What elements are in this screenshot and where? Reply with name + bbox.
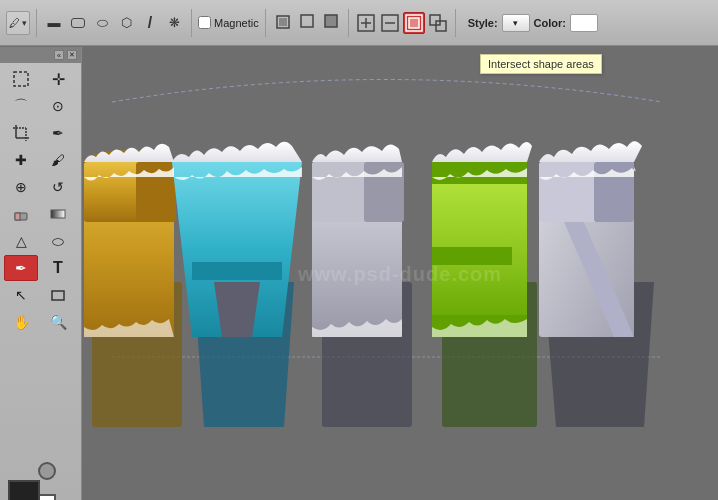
lasso-icon: ⌒	[14, 97, 28, 115]
brush-icon: 🖌	[51, 152, 65, 168]
line-icon: /	[148, 14, 152, 32]
add-to-shape-btn[interactable]	[355, 12, 377, 34]
path-select-tool[interactable]: ↖	[4, 282, 38, 308]
marquee-tool[interactable]	[4, 66, 38, 92]
line-tool-btn[interactable]: /	[139, 12, 161, 34]
subtract-from-shape-icon	[381, 14, 399, 32]
type-tool[interactable]: T	[41, 255, 75, 281]
svg-marker-30	[214, 282, 260, 337]
pen-dropdown-arrow: ▾	[22, 18, 27, 28]
brush-tool[interactable]: 🖌	[41, 147, 75, 173]
ellipse-tool-btn[interactable]: ⬭	[91, 12, 113, 34]
subtract-from-shape-btn[interactable]	[379, 12, 401, 34]
eyedropper-tool[interactable]: ✒	[41, 120, 75, 146]
magnetic-checkbox[interactable]	[198, 16, 211, 29]
left-toolbar: « ✕ ✛ ⌒ ⊙ ✒ ✚ 🖌 ⊕	[0, 47, 82, 500]
pen-tool-button[interactable]: 🖊 ▾	[6, 11, 30, 35]
shape-layers-icon	[275, 14, 291, 32]
path-select-icon: ↖	[15, 287, 27, 303]
path-mode-group	[272, 12, 342, 34]
fill-pixels-icon	[323, 13, 339, 32]
color-label: Color:	[534, 17, 566, 29]
clone-stamp-tool[interactable]: ⊕	[4, 174, 38, 200]
canvas-area: www.psd-dude.com	[82, 47, 718, 500]
clone-stamp-icon: ⊕	[15, 179, 27, 195]
healing-brush-icon: ✚	[15, 152, 27, 168]
svg-rect-21	[52, 291, 64, 300]
top-toolbar: 🖊 ▾ ▬ ⬭ ⬡ / ❋ Magnetic	[0, 0, 718, 46]
history-brush-icon: ↺	[52, 179, 64, 195]
ellipse-icon: ⬭	[97, 15, 108, 31]
eraser-tool[interactable]	[4, 201, 38, 227]
hand-tool[interactable]: ✋	[4, 309, 38, 335]
tooltip-intersect-shape-areas: Intersect shape areas	[480, 54, 602, 74]
zoom-icon: 🔍	[50, 314, 67, 330]
svg-rect-19	[15, 213, 20, 220]
pen-tool-group: 🖊 ▾	[6, 11, 30, 35]
toolbar-separator-3	[265, 9, 266, 37]
quick-mask-icon[interactable]	[38, 462, 56, 480]
history-brush-tool[interactable]: ↺	[41, 174, 75, 200]
toolbar-separator-2	[191, 9, 192, 37]
fill-pixels-btn[interactable]	[320, 12, 342, 34]
watermark: www.psd-dude.com	[298, 262, 502, 285]
add-to-shape-icon	[357, 14, 375, 32]
blur-tool[interactable]: △	[4, 228, 38, 254]
svg-rect-11	[430, 15, 440, 25]
dodge-icon: ⬭	[52, 233, 64, 250]
foreground-color-swatch[interactable]	[8, 480, 40, 500]
style-dropdown-arrow: ▾	[513, 18, 518, 28]
combine-mode-group	[355, 12, 449, 34]
svg-rect-1	[279, 18, 287, 26]
crop-tool[interactable]	[4, 120, 38, 146]
pen-icon: 🖊	[9, 17, 20, 29]
rounded-rect-tool-btn[interactable]	[67, 12, 89, 34]
style-dropdown[interactable]: ▾	[502, 14, 530, 32]
rectangle-icon: ▬	[48, 15, 61, 30]
polygon-tool-btn[interactable]: ⬡	[115, 12, 137, 34]
color-picker-box[interactable]	[570, 14, 598, 32]
svg-rect-13	[14, 72, 28, 86]
move-tool[interactable]: ✛	[41, 66, 75, 92]
svg-rect-2	[301, 15, 313, 27]
shape-tool[interactable]	[41, 282, 75, 308]
pen-tool[interactable]: ✒	[4, 255, 38, 281]
svg-rect-10	[409, 18, 419, 28]
style-label: Style:	[468, 17, 498, 29]
rectangle-tool-btn[interactable]: ▬	[43, 12, 65, 34]
tools-grid: ✛ ⌒ ⊙ ✒ ✚ 🖌 ⊕ ↺	[0, 63, 81, 338]
toolbar-collapse-btn[interactable]: «	[54, 50, 64, 60]
paths-btn[interactable]	[296, 12, 318, 34]
pen-lt-icon: ✒	[15, 260, 27, 276]
polygon-icon: ⬡	[121, 15, 132, 30]
toolbar-separator-1	[36, 9, 37, 37]
left-toolbar-header: « ✕	[0, 47, 81, 63]
blur-icon: △	[16, 233, 27, 249]
hand-icon: ✋	[13, 314, 30, 330]
intersect-shape-btn[interactable]	[403, 12, 425, 34]
healing-brush-tool[interactable]: ✚	[4, 147, 38, 173]
type-icon: T	[53, 259, 63, 277]
exclude-shape-btn[interactable]	[427, 12, 449, 34]
shape-tools-group: ▬ ⬭ ⬡ / ❋	[43, 12, 185, 34]
dodge-tool[interactable]: ⬭	[41, 228, 75, 254]
svg-rect-20	[51, 210, 65, 218]
intersect-shape-icon	[405, 14, 423, 32]
rounded-rect-icon	[71, 18, 85, 28]
svg-rect-12	[436, 21, 446, 31]
svg-rect-29	[192, 262, 282, 280]
toolbar-separator-5	[455, 9, 456, 37]
gradient-tool[interactable]	[41, 201, 75, 227]
magnetic-checkbox-label[interactable]: Magnetic	[198, 16, 259, 29]
toolbar-close-btn[interactable]: ✕	[67, 50, 77, 60]
tooltip-text: Intersect shape areas	[488, 58, 594, 70]
custom-shape-tool-btn[interactable]: ❋	[163, 12, 185, 34]
shape-layers-btn[interactable]	[272, 12, 294, 34]
lasso-tool[interactable]: ⌒	[4, 93, 38, 119]
exclude-shape-icon	[429, 14, 447, 32]
zoom-tool[interactable]: 🔍	[41, 309, 75, 335]
style-options-group: Style: ▾ Color:	[468, 14, 598, 32]
quick-select-tool[interactable]: ⊙	[41, 93, 75, 119]
custom-shape-icon: ❋	[169, 15, 180, 30]
eyedropper-icon: ✒	[52, 125, 64, 141]
